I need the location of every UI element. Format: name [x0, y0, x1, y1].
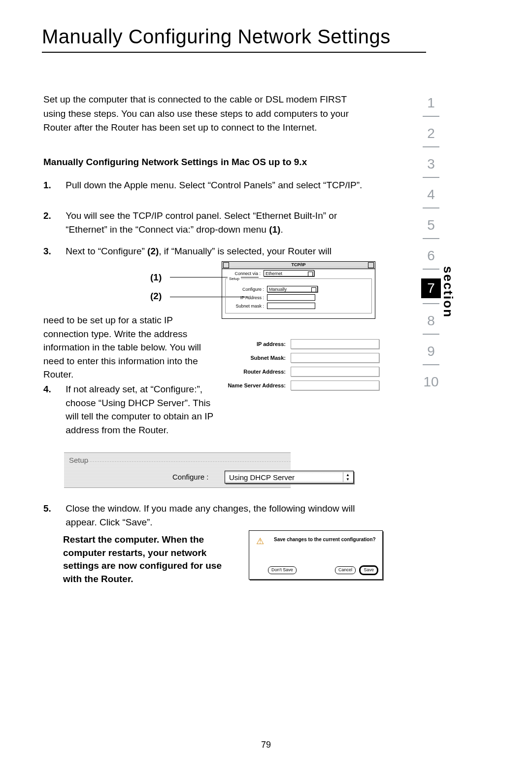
addr-subnet-cell[interactable]	[291, 353, 379, 363]
section-sep	[423, 116, 439, 117]
section-7-active: 7	[421, 278, 441, 298]
step-2-number: 2.	[43, 209, 63, 223]
step-2: 2. You will see the TCP/IP control panel…	[43, 209, 388, 236]
callout-1: (1)	[150, 272, 162, 283]
addr-router-cell[interactable]	[291, 367, 379, 377]
connect-via-value: Ethernet	[266, 271, 282, 276]
section-sep	[423, 177, 439, 178]
page-title: Manually Configuring Network Settings	[42, 26, 391, 48]
step-1-text: Pull down the Apple menu. Select “Contro…	[66, 178, 381, 192]
save-dialog: ⚠ Save changes to the current configurat…	[249, 530, 383, 580]
connect-via-label: Connect via :	[226, 271, 261, 276]
section-tabs: 1 2 3 4 5 6 7 8 9 10	[421, 86, 441, 395]
callout-2: (2)	[150, 291, 162, 302]
section-1: 1	[421, 95, 441, 111]
addr-ip-label: IP address:	[222, 341, 286, 347]
mac-os-subhead: Manually Configuring Network Settings in…	[43, 157, 359, 168]
subnet-mask-field[interactable]	[267, 303, 315, 309]
section-sep	[423, 207, 439, 208]
step-3-text-c: , if “Manually” is selected, your Router…	[159, 246, 332, 256]
setup-label-2: Setup	[69, 456, 88, 464]
setup-region: Setup Configure : Manually IP Address : …	[225, 278, 372, 313]
section-10: 10	[421, 374, 441, 390]
connect-via-dropdown[interactable]: Ethernet	[264, 270, 314, 276]
cancel-button[interactable]: Cancel	[335, 566, 356, 574]
section-sep	[423, 238, 439, 239]
section-sep	[423, 146, 439, 147]
configure-label-2: Configure :	[172, 473, 208, 481]
step-4-number: 4.	[43, 382, 63, 396]
step-2-text-c: .	[280, 224, 283, 235]
intro-paragraph: Set up the computer that is connected to…	[43, 93, 359, 135]
save-dialog-message: Save changes to the current configuratio…	[274, 537, 376, 542]
configure-dhcp-value: Using DHCP Server	[229, 473, 295, 482]
configure-dropdown[interactable]: Manually	[267, 286, 318, 292]
warning-icon: ⚠	[256, 536, 264, 547]
configure-dhcp-dropdown[interactable]: Using DHCP Server ▲▼	[225, 471, 354, 484]
section-5: 5	[421, 217, 441, 233]
step-4-text: If not already set, at “Configure:”, cho…	[66, 382, 223, 437]
step-3-text: Next to “Configure” (2), if “Manually” i…	[66, 244, 381, 258]
section-sep	[423, 334, 439, 335]
tcpip-control-panel: TCP/IP Connect via : Ethernet Setup Conf…	[222, 261, 375, 319]
step-5: 5. Close the window. If you made any cha…	[43, 502, 388, 529]
configure-value: Manually	[269, 287, 287, 292]
step-3-text-a: Next to “Configure”	[66, 246, 147, 256]
section-sep	[423, 303, 439, 304]
dhcp-panel: Setup Configure : Using DHCP Server ▲▼	[64, 452, 291, 488]
step-1: 1. Pull down the Apple menu. Select “Con…	[43, 178, 388, 192]
step-2-ref1: (1)	[269, 224, 280, 235]
dont-save-button[interactable]: Don't Save	[268, 566, 297, 574]
section-9: 9	[421, 344, 441, 359]
resize-widget[interactable]	[368, 262, 374, 268]
section-3: 3	[421, 156, 441, 172]
dropdown-arrows-icon: ▲▼	[343, 472, 352, 482]
setup-border	[73, 461, 291, 462]
section-8: 8	[421, 313, 441, 329]
save-button[interactable]: Save	[360, 566, 377, 574]
step-1-number: 1.	[43, 178, 63, 192]
figure-callouts: (1) (2)	[150, 272, 162, 310]
ip-address-field[interactable]	[267, 294, 315, 301]
step-3: 3. Next to “Configure” (2), if “Manually…	[43, 244, 388, 258]
setup-region-label: Setup	[228, 276, 241, 281]
configure-label: Configure :	[230, 287, 264, 292]
ip-address-label: IP Address :	[230, 295, 264, 300]
restart-note: Restart the computer. When the computer …	[63, 533, 231, 586]
section-2: 2	[421, 126, 441, 141]
step-2-text-a: You will see the TCP/IP control panel. S…	[66, 210, 337, 235]
tcpip-titlebar: TCP/IP	[222, 262, 375, 269]
step-5-text: Close the window. If you made any change…	[66, 502, 381, 529]
step-2-text: You will see the TCP/IP control panel. S…	[66, 209, 381, 236]
title-rule	[42, 52, 426, 53]
step-5-number: 5.	[43, 502, 63, 516]
addr-router-label: Router Address:	[222, 369, 286, 375]
section-4: 4	[421, 187, 441, 203]
section-sep	[423, 269, 439, 270]
subnet-mask-label: Subnet mask :	[230, 304, 264, 309]
step-4: 4. If not already set, at “Configure:”, …	[43, 382, 388, 437]
tcpip-title: TCP/IP	[222, 262, 375, 267]
section-sep	[423, 364, 439, 365]
step-3-continuation: need to be set up for a static IP connec…	[43, 313, 216, 381]
section-6: 6	[421, 248, 441, 264]
addr-subnet-label: Subnet Mask:	[222, 355, 286, 361]
section-vertical-label: section	[440, 266, 456, 318]
close-widget[interactable]	[223, 262, 229, 268]
page-number: 79	[0, 740, 532, 750]
step-3-number: 3.	[43, 244, 63, 258]
step-3-ref2: (2)	[147, 246, 159, 256]
addr-ip-cell[interactable]	[291, 339, 379, 349]
